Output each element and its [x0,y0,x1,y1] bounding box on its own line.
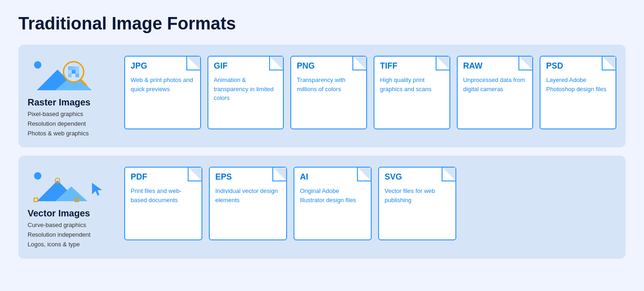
svg-rect-5 [72,66,75,70]
raster-desc: Pixel-based graphics Resolution dependen… [28,110,117,138]
format-desc-psd: Layered Adobe Photoshop design files [540,71,615,99]
svg-rect-8 [72,70,75,74]
svg-rect-10 [68,74,72,77]
svg-rect-12 [75,74,79,77]
format-card-tiff: TIFF High quality print graphics and sca… [374,56,450,129]
raster-section: Raster Images Pixel-based graphics Resol… [18,45,626,147]
format-name-svg: SVG [379,168,442,182]
format-desc-png: Transparency with millions of colors [291,71,366,99]
svg-rect-4 [68,66,72,70]
format-name-raw: RAW [458,57,519,71]
main-container: Traditional Image Formats [0,0,644,276]
format-desc-eps: Individual vector design elements [210,182,286,210]
format-desc-svg: Vector files for web publishing [379,182,455,210]
format-card-pdf: PDF Print files and web-based documents [124,167,202,240]
svg-rect-6 [75,66,79,70]
format-name-png: PNG [291,57,352,71]
vector-icon [28,167,117,204]
svg-point-2 [34,61,41,69]
vector-section: Vector Images Curve-based graphics Resol… [18,156,626,258]
format-name-tiff: TIFF [374,57,436,71]
svg-rect-9 [75,70,79,74]
format-name-jpg: JPG [125,57,186,71]
svg-rect-11 [72,74,75,77]
format-desc-tiff: High quality print graphics and scans [374,71,449,99]
format-card-psd: PSD Layered Adobe Photoshop design files [540,56,616,129]
format-desc-ai: Original Adobe Illustrator design files [294,182,371,210]
svg-point-16 [34,172,41,180]
format-card-svg: SVG Vector files for web publishing [378,167,456,240]
format-card-ai: AI Original Adobe Illustrator design fil… [293,167,372,240]
format-desc-pdf: Print files and web-based documents [125,182,201,210]
format-card-jpg: JPG Web & print photos and quick preview… [124,56,201,129]
vector-label: Vector Images [28,208,117,219]
format-card-eps: EPS Individual vector design elements [209,167,287,240]
raster-label: Raster Images [28,97,117,108]
format-desc-jpg: Web & print photos and quick previews [125,71,200,99]
format-name-ai: AI [294,168,357,182]
format-name-eps: EPS [210,168,272,182]
vector-desc: Curve-based graphics Resolution independ… [28,221,117,249]
format-name-pdf: PDF [125,168,188,182]
vector-section-info: Vector Images Curve-based graphics Resol… [28,167,124,249]
format-desc-gif: Animation & transparency in limited colo… [208,71,283,108]
format-card-gif: GIF Animation & transparency in limited … [207,56,284,129]
vector-formats-grid: PDF Print files and web-based documents … [124,167,616,240]
svg-rect-7 [68,70,72,74]
page-title: Traditional Image Formats [18,14,626,34]
svg-marker-20 [92,183,102,196]
format-card-png: PNG Transparency with millions of colors [290,56,367,129]
raster-formats-grid: JPG Web & print photos and quick preview… [124,56,616,129]
format-name-psd: PSD [540,57,602,71]
raster-section-info: Raster Images Pixel-based graphics Resol… [28,56,124,138]
format-card-raw: RAW Unprocessed data from digital camera… [457,56,534,129]
format-name-gif: GIF [208,57,270,71]
raster-icon [28,56,117,93]
format-desc-raw: Unprocessed data from digital cameras [458,71,533,99]
